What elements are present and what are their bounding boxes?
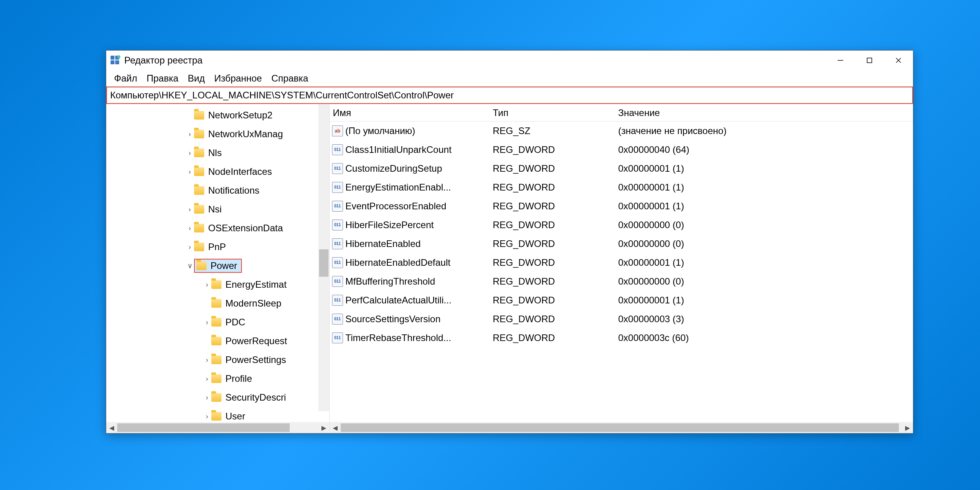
chevron-right-icon[interactable]: › bbox=[185, 130, 194, 138]
chevron-right-icon[interactable]: › bbox=[203, 394, 211, 402]
values-horizontal-scrollbar[interactable]: ◀ ▶ bbox=[330, 422, 913, 433]
folder-icon bbox=[194, 111, 204, 120]
string-value-icon: ab bbox=[332, 125, 343, 136]
tree-item-label: NodeInterfaces bbox=[208, 166, 272, 177]
tree-item[interactable]: ∨Power bbox=[106, 256, 329, 275]
dword-value-icon: 011 bbox=[332, 257, 343, 268]
value-row[interactable]: 011TimerRebaseThreshold...REG_DWORD0x000… bbox=[330, 328, 913, 347]
value-row[interactable]: 011PerfCalculateActualUtili...REG_DWORD0… bbox=[330, 291, 913, 310]
scroll-left-icon[interactable]: ◀ bbox=[330, 422, 341, 433]
chevron-right-icon[interactable]: › bbox=[203, 318, 211, 327]
value-row[interactable]: 011HiberFileSizePercentREG_DWORD0x000000… bbox=[330, 216, 913, 234]
tree-scroll-area[interactable]: NetworkSetup2›NetworkUxManag›Nls›NodeInt… bbox=[106, 104, 329, 422]
tree-vertical-scrollbar-thumb[interactable] bbox=[319, 249, 328, 277]
tree-item[interactable]: ›NetworkUxManag bbox=[106, 125, 329, 143]
tree-item[interactable]: ModernSleep bbox=[106, 294, 329, 313]
menu-file[interactable]: Файл bbox=[109, 71, 142, 85]
value-type: REG_SZ bbox=[490, 125, 615, 136]
tree-item-label: Power bbox=[211, 260, 237, 271]
value-name: TimerRebaseThreshold... bbox=[345, 332, 490, 343]
value-row[interactable]: 011EventProcessorEnabledREG_DWORD0x00000… bbox=[330, 197, 913, 216]
folder-icon bbox=[211, 280, 221, 289]
tree-item[interactable]: ›PDC bbox=[106, 313, 329, 332]
tree-horizontal-scrollbar-thumb[interactable] bbox=[117, 423, 290, 432]
chevron-right-icon[interactable]: › bbox=[185, 168, 194, 176]
value-row[interactable]: ab(По умолчанию)REG_SZ(значение не присв… bbox=[330, 122, 913, 140]
tree-item[interactable]: ›PowerSettings bbox=[106, 350, 329, 369]
tree-item[interactable]: ›SecurityDescri bbox=[106, 388, 329, 407]
folder-icon bbox=[211, 393, 221, 402]
tree-vertical-scrollbar[interactable] bbox=[318, 104, 329, 411]
value-data: 0x0000003c (60) bbox=[615, 332, 913, 343]
menu-edit[interactable]: Правка bbox=[142, 71, 183, 85]
value-row[interactable]: 011EnergyEstimationEnabl...REG_DWORD0x00… bbox=[330, 178, 913, 197]
values-header: Имя Тип Значение bbox=[330, 104, 913, 122]
scroll-right-icon[interactable]: ▶ bbox=[318, 422, 329, 433]
folder-icon bbox=[211, 356, 221, 364]
address-bar[interactable]: Компьютер\HKEY_LOCAL_MACHINE\SYSTEM\Curr… bbox=[106, 87, 913, 104]
scroll-right-icon[interactable]: ▶ bbox=[902, 422, 913, 433]
tree-item[interactable]: PowerRequest bbox=[106, 332, 329, 350]
value-type: REG_DWORD bbox=[490, 163, 615, 174]
chevron-right-icon[interactable]: › bbox=[185, 205, 194, 214]
value-row[interactable]: 011Class1InitialUnparkCountREG_DWORD0x00… bbox=[330, 140, 913, 159]
close-button[interactable] bbox=[884, 51, 913, 70]
tree-item-label: Nsi bbox=[208, 204, 222, 215]
minimize-button[interactable] bbox=[826, 51, 855, 70]
value-data: 0x00000003 (3) bbox=[615, 314, 913, 325]
menu-favorites[interactable]: Избранное bbox=[210, 71, 267, 85]
tree-item[interactable]: NetworkSetup2 bbox=[106, 106, 329, 125]
dword-value-icon: 011 bbox=[332, 220, 343, 230]
value-name: SourceSettingsVersion bbox=[345, 314, 490, 325]
value-data: 0x00000001 (1) bbox=[615, 201, 913, 212]
value-row[interactable]: 011SourceSettingsVersionREG_DWORD0x00000… bbox=[330, 310, 913, 328]
maximize-button[interactable] bbox=[855, 51, 884, 70]
chevron-right-icon[interactable]: › bbox=[185, 224, 194, 232]
chevron-right-icon[interactable]: › bbox=[185, 149, 194, 157]
tree-item-label: PDC bbox=[225, 317, 245, 328]
folder-icon bbox=[211, 412, 221, 421]
tree-horizontal-scrollbar[interactable]: ◀ ▶ bbox=[106, 422, 329, 433]
chevron-right-icon[interactable]: › bbox=[203, 375, 211, 383]
tree-item[interactable]: ›PnP bbox=[106, 238, 329, 256]
tree-item[interactable]: ›Nsi bbox=[106, 200, 329, 219]
tree-item[interactable]: ›EnergyEstimat bbox=[106, 275, 329, 294]
scroll-left-icon[interactable]: ◀ bbox=[106, 422, 117, 433]
column-header-name[interactable]: Имя bbox=[330, 107, 490, 118]
tree-item[interactable]: ›OSExtensionData bbox=[106, 219, 329, 238]
menu-help[interactable]: Справка bbox=[267, 71, 313, 85]
chevron-right-icon[interactable]: › bbox=[185, 243, 194, 251]
svg-rect-2 bbox=[111, 60, 114, 64]
tree-item[interactable]: Notifications bbox=[106, 181, 329, 200]
value-data: 0x00000001 (1) bbox=[615, 257, 913, 268]
values-list[interactable]: ab(По умолчанию)REG_SZ(значение не присв… bbox=[330, 122, 913, 422]
chevron-right-icon[interactable]: › bbox=[203, 281, 211, 289]
tree-item[interactable]: ›User bbox=[106, 407, 329, 422]
menu-view[interactable]: Вид bbox=[183, 71, 209, 85]
tree-item[interactable]: ›Nls bbox=[106, 143, 329, 162]
value-type: REG_DWORD bbox=[490, 220, 615, 230]
tree-item[interactable]: ›NodeInterfaces bbox=[106, 162, 329, 181]
column-header-value[interactable]: Значение bbox=[615, 107, 913, 118]
tree-item[interactable]: ›Profile bbox=[106, 369, 329, 388]
tree-item-label: PowerRequest bbox=[225, 336, 287, 347]
dword-value-icon: 011 bbox=[332, 314, 343, 325]
values-pane: Имя Тип Значение ab(По умолчанию)REG_SZ(… bbox=[330, 104, 913, 433]
value-type: REG_DWORD bbox=[490, 332, 615, 343]
titlebar[interactable]: Редактор реестра bbox=[106, 51, 913, 70]
tree-item-label: User bbox=[225, 411, 245, 422]
column-header-type[interactable]: Тип bbox=[490, 107, 615, 118]
value-row[interactable]: 011MfBufferingThresholdREG_DWORD0x000000… bbox=[330, 272, 913, 291]
value-row[interactable]: 011HibernateEnabledDefaultREG_DWORD0x000… bbox=[330, 253, 913, 272]
svg-rect-0 bbox=[111, 56, 114, 60]
menubar: Файл Правка Вид Избранное Справка bbox=[106, 70, 913, 87]
folder-icon bbox=[194, 224, 204, 232]
value-row[interactable]: 011HibernateEnabledREG_DWORD0x00000000 (… bbox=[330, 234, 913, 253]
chevron-right-icon[interactable]: › bbox=[203, 412, 211, 421]
value-type: REG_DWORD bbox=[490, 201, 615, 212]
value-row[interactable]: 011CustomizeDuringSetupREG_DWORD0x000000… bbox=[330, 159, 913, 178]
values-horizontal-scrollbar-thumb[interactable] bbox=[341, 423, 899, 432]
tree-item-label: NetworkUxManag bbox=[208, 129, 283, 140]
chevron-down-icon[interactable]: ∨ bbox=[185, 261, 194, 270]
chevron-right-icon[interactable]: › bbox=[203, 356, 211, 364]
